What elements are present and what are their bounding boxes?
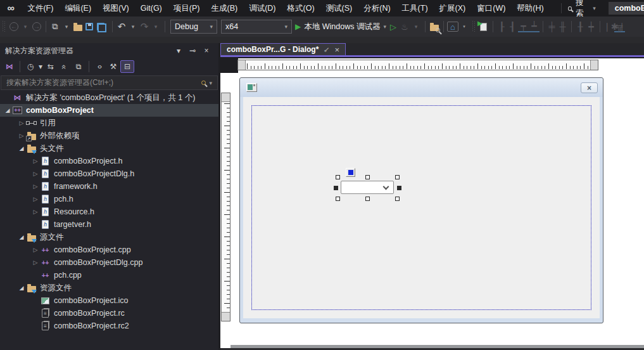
forward-icon[interactable]: → bbox=[31, 19, 42, 34]
align-bottoms-icon[interactable]: ┷ bbox=[529, 21, 540, 32]
align-rights-icon[interactable]: ┨ bbox=[507, 22, 518, 32]
resize-handle-top-center[interactable] bbox=[365, 175, 370, 179]
expander-icon[interactable] bbox=[31, 171, 40, 177]
pin-icon[interactable]: ⊸ bbox=[322, 44, 332, 55]
back-history-chevron-icon[interactable]: ▾ bbox=[20, 19, 31, 34]
resize-handle-middle-right[interactable] bbox=[397, 186, 401, 190]
horizontal-scrollbar[interactable] bbox=[230, 345, 644, 348]
find-in-files-icon[interactable] bbox=[429, 19, 440, 34]
search-menu[interactable]: 搜索 ▾ bbox=[561, 3, 602, 13]
tree-row[interactable]: h comboBoxProjectDlg.h bbox=[0, 167, 218, 180]
space-down-icon[interactable]: ┿ bbox=[586, 22, 597, 32]
menu-item[interactable]: 编辑(E) bbox=[59, 0, 97, 16]
menu-item[interactable]: 格式(O) bbox=[282, 0, 320, 16]
tree-row[interactable]: ≡ comboBoxProject.rc2 bbox=[0, 320, 218, 332]
redo-chevron-icon[interactable]: ▾ bbox=[150, 19, 161, 34]
undo-chevron-icon[interactable]: ▾ bbox=[127, 19, 139, 34]
open-folder-icon[interactable] bbox=[72, 19, 84, 34]
expander-icon[interactable] bbox=[17, 285, 26, 291]
solution-platforms-dropdown[interactable]: x64 ▾ bbox=[221, 20, 292, 34]
dialog-design-surface[interactable]: × bbox=[220, 57, 644, 348]
designed-dialog-window[interactable]: × bbox=[239, 77, 603, 323]
menu-item[interactable]: 项目(P) bbox=[168, 0, 206, 16]
close-icon[interactable]: × bbox=[335, 45, 340, 55]
align-lefts-icon[interactable]: ┠ bbox=[496, 22, 507, 32]
panel-menu-chevron-icon[interactable]: ▾ bbox=[172, 44, 186, 57]
expander-icon[interactable] bbox=[31, 209, 40, 215]
tree-row[interactable]: ≡ comboBoxProject.rc bbox=[0, 307, 218, 320]
tree-row[interactable]: comboBoxProjectDlg.cpp bbox=[0, 256, 218, 269]
expander-icon[interactable] bbox=[17, 133, 26, 139]
start-debugging-button[interactable]: ▶ 本地 Windows 调试器 ▾ bbox=[294, 19, 388, 34]
expander-icon[interactable] bbox=[17, 145, 26, 152]
tree-row[interactable]: h comboBoxProject.h bbox=[0, 155, 218, 167]
pin-icon[interactable]: ⊸ bbox=[186, 44, 199, 57]
search-chevron-icon[interactable]: ▾ bbox=[209, 80, 212, 86]
tree-row[interactable]: pch.cpp bbox=[0, 269, 218, 282]
center-vertical-icon[interactable]: ╫ bbox=[557, 22, 568, 32]
tree-row[interactable]: 解决方案 'comboBoxProject' (1 个项目，共 1 个) bbox=[0, 91, 218, 104]
document-tab[interactable]: comboBoxPr...G - Dialog* ⊸ × bbox=[220, 43, 346, 55]
start-without-debugging-icon[interactable]: ▷ bbox=[388, 19, 399, 34]
same-size-icon[interactable]: ╦ bbox=[614, 21, 625, 32]
filter-chevron-icon[interactable]: ▾ bbox=[37, 60, 44, 73]
control-adorner-icon[interactable] bbox=[346, 168, 355, 177]
toolbar-grip[interactable] bbox=[472, 21, 476, 32]
expander-icon[interactable] bbox=[31, 196, 40, 202]
close-icon[interactable]: × bbox=[199, 44, 213, 57]
redo-icon[interactable]: ↷ bbox=[139, 19, 150, 34]
menu-item[interactable]: 帮助(H) bbox=[511, 0, 549, 16]
resize-handle-bottom-right[interactable] bbox=[395, 197, 400, 201]
expander-icon[interactable] bbox=[31, 259, 40, 266]
menu-item[interactable]: 扩展(X) bbox=[434, 0, 472, 16]
expander-icon[interactable] bbox=[31, 183, 40, 190]
dialog-titlebar[interactable]: × bbox=[240, 78, 603, 97]
expander-icon[interactable] bbox=[3, 107, 12, 113]
new-item-icon[interactable]: ▶ bbox=[478, 19, 489, 34]
resize-handle-bottom-left[interactable] bbox=[336, 197, 340, 201]
new-project-chevron-icon[interactable]: ▾ bbox=[61, 19, 72, 34]
expander-icon[interactable] bbox=[31, 158, 40, 164]
undo-icon[interactable]: ↶ bbox=[116, 19, 127, 34]
align-tops-icon[interactable]: ┯ bbox=[518, 21, 529, 32]
menu-item[interactable]: 文件(F) bbox=[22, 0, 59, 16]
properties-pages-icon[interactable]: ⧉ bbox=[72, 60, 85, 73]
toolbar-grip[interactable] bbox=[3, 21, 6, 32]
back-icon[interactable]: ← bbox=[8, 19, 20, 34]
menu-item[interactable]: 调试(D) bbox=[243, 0, 281, 16]
resize-handle-bottom-center[interactable] bbox=[365, 197, 370, 201]
dialog-client-area[interactable] bbox=[243, 97, 600, 318]
hot-reload-chevron-icon[interactable]: ▾ bbox=[410, 19, 422, 34]
save-all-icon[interactable] bbox=[95, 19, 106, 34]
resize-handle-top-left[interactable] bbox=[336, 175, 340, 179]
show-all-files-icon[interactable]: ⊟ bbox=[120, 60, 134, 73]
tree-row[interactable]: comboBoxProject.cpp bbox=[0, 243, 218, 256]
tree-row[interactable]: comboBoxProject.ico bbox=[0, 294, 218, 307]
combobox-control[interactable] bbox=[341, 181, 394, 194]
same-width-icon[interactable]: ❘✱❘ bbox=[603, 22, 614, 32]
menu-item[interactable]: 工具(T) bbox=[396, 0, 434, 16]
solution-configurations-dropdown[interactable]: Debug ▾ bbox=[170, 20, 217, 34]
expander-icon[interactable] bbox=[17, 234, 26, 240]
tree-row[interactable]: 外部依赖项 bbox=[0, 129, 218, 142]
preview-code-icon[interactable]: ‹› bbox=[92, 60, 106, 73]
solution-explorer-search[interactable]: 搜索解决方案资源管理器(Ctrl+;) ▾ bbox=[1, 75, 218, 90]
tree-row[interactable]: h framework.h bbox=[0, 180, 218, 193]
center-horizontal-icon[interactable]: ╪ bbox=[546, 22, 557, 32]
new-project-icon[interactable]: ⧉ bbox=[49, 19, 61, 34]
menu-item[interactable]: 测试(S) bbox=[320, 0, 358, 16]
resize-handle-middle-left[interactable] bbox=[334, 186, 338, 190]
tree-row[interactable]: h pch.h bbox=[0, 193, 218, 205]
expander-icon[interactable] bbox=[31, 247, 40, 253]
menu-item[interactable]: 窗口(W) bbox=[471, 0, 511, 16]
tree-row[interactable]: 源文件 bbox=[0, 231, 218, 243]
tree-row[interactable]: 头文件 bbox=[0, 142, 218, 155]
tree-row[interactable]: h targetver.h bbox=[0, 218, 218, 231]
sync-active-document-icon[interactable]: ⇆ bbox=[44, 60, 58, 73]
collapse-all-icon[interactable]: « bbox=[58, 60, 72, 73]
menu-item[interactable]: 分析(N) bbox=[358, 0, 396, 16]
home-window-icon[interactable]: ⌂ bbox=[447, 22, 458, 32]
save-icon[interactable] bbox=[84, 19, 95, 34]
tree-row[interactable]: 资源文件 bbox=[0, 282, 218, 294]
resize-handle-top-right[interactable] bbox=[395, 175, 400, 179]
